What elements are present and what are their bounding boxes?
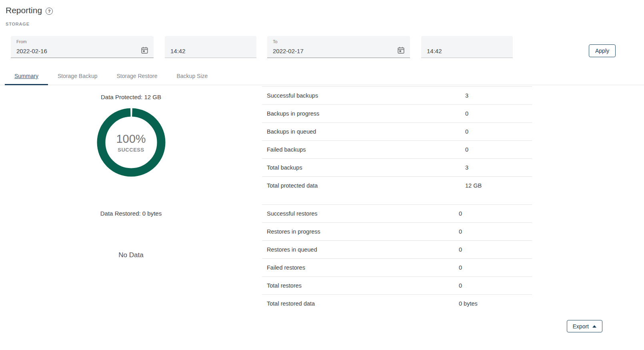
donut-percent-label: 100% <box>116 132 146 146</box>
from-time-field[interactable] <box>165 36 256 58</box>
table-row: Total backups3 <box>262 158 532 176</box>
stat-label: Successful restores <box>267 210 318 217</box>
donut-center: 100% SUCCESS <box>97 108 166 177</box>
from-calendar-button[interactable] <box>140 46 149 54</box>
to-time-field[interactable] <box>421 36 513 58</box>
from-date-label: From <box>16 39 27 44</box>
summary-content: Data Protected: 12 GB 100% SUCCESS Data … <box>0 85 644 312</box>
export-row: Export <box>0 320 644 332</box>
stat-label: Total backups <box>267 164 302 171</box>
caret-up-icon <box>592 325 596 328</box>
stat-label: Total restored data <box>267 300 315 307</box>
to-time-input[interactable] <box>427 48 508 54</box>
stat-value: 0 <box>459 246 462 253</box>
donut-status-label: SUCCESS <box>118 147 144 153</box>
tab-backup-size[interactable]: Backup Size <box>167 67 217 85</box>
data-protected-title: Data Protected: 12 GB <box>0 94 262 100</box>
success-donut-chart: 100% SUCCESS <box>97 108 166 177</box>
stat-label: Restores in progress <box>267 228 320 235</box>
stat-value: 3 <box>465 164 468 171</box>
from-date-field[interactable]: From <box>11 36 154 58</box>
export-button[interactable]: Export <box>567 320 602 332</box>
calendar-icon <box>397 46 405 54</box>
data-restored-title: Data Restored: 0 bytes <box>0 210 262 217</box>
table-row: Backups in queued0 <box>262 122 532 140</box>
to-date-label: To <box>273 39 278 44</box>
table-row: Failed backups0 <box>262 140 532 158</box>
page-title: Reporting <box>6 6 42 15</box>
tab-storage-backup[interactable]: Storage Backup <box>48 67 107 85</box>
to-date-field[interactable]: To <box>267 36 410 58</box>
table-row: Failed restores0 <box>262 258 532 276</box>
stat-value: 12 GB <box>465 182 482 189</box>
from-time-input[interactable] <box>170 48 252 54</box>
stat-label: Failed backups <box>267 146 306 153</box>
table-row: Total restored data0 bytes <box>262 294 532 312</box>
table-row: Successful backups3 <box>262 86 532 104</box>
tab-storage-restore[interactable]: Storage Restore <box>107 67 167 85</box>
calendar-icon <box>140 46 149 54</box>
stat-label: Successful backups <box>267 92 318 99</box>
charts-panel: Data Protected: 12 GB 100% SUCCESS Data … <box>0 85 262 312</box>
tab-summary[interactable]: Summary <box>5 67 48 85</box>
stat-value: 0 <box>465 128 468 135</box>
stat-value: 0 <box>465 110 468 117</box>
stat-label: Total protected data <box>267 182 318 189</box>
table-row: Restores in progress0 <box>262 222 532 240</box>
stat-label: Failed restores <box>267 264 305 271</box>
stat-value: 3 <box>465 92 468 99</box>
to-date-input[interactable] <box>273 48 394 54</box>
section-label-storage: STORAGE <box>6 22 644 26</box>
to-calendar-button[interactable] <box>397 46 405 54</box>
stat-value: 0 <box>459 228 462 235</box>
stat-value: 0 <box>459 210 462 217</box>
backup-stats-table: Successful backups3Backups in progress0B… <box>262 86 532 194</box>
restore-stats-table: Successful restores0Restores in progress… <box>262 204 532 312</box>
no-data-label: No Data <box>0 251 262 259</box>
report-tabs: Summary Storage Backup Storage Restore B… <box>0 67 644 85</box>
export-button-label: Export <box>573 323 589 330</box>
table-row: Backups in progress0 <box>262 104 532 122</box>
date-filter-bar: From To <box>11 36 633 58</box>
stats-panel: Successful backups3Backups in progress0B… <box>262 86 532 312</box>
stat-label: Backups in queued <box>267 128 316 135</box>
table-row: Total restores0 <box>262 276 532 294</box>
stat-value: 0 bytes <box>459 300 478 307</box>
table-row: Total protected data12 GB <box>262 176 532 194</box>
stat-value: 0 <box>459 264 462 271</box>
table-row: Successful restores0 <box>262 204 532 222</box>
help-icon[interactable]: ? <box>46 8 53 15</box>
table-row: Restores in queued0 <box>262 240 532 258</box>
stat-label: Backups in progress <box>267 110 319 117</box>
page-header: Reporting ? <box>0 0 644 15</box>
stat-value: 0 <box>465 146 468 153</box>
stat-label: Restores in queued <box>267 246 317 253</box>
from-date-input[interactable] <box>16 48 137 54</box>
stat-label: Total restores <box>267 282 302 289</box>
apply-button[interactable]: Apply <box>589 44 616 57</box>
stat-value: 0 <box>459 282 462 289</box>
